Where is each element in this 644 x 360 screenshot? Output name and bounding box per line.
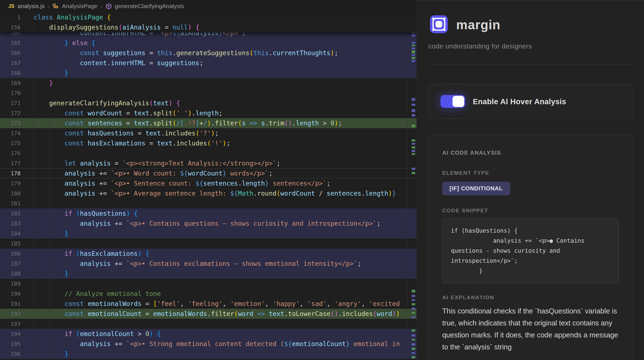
ruler-decoration-green: [412, 329, 415, 332]
code-line-165[interactable]: 165 } else {: [0, 38, 417, 48]
indent-guide: [49, 319, 49, 329]
ai-hover-toggle[interactable]: [441, 95, 465, 108]
ruler-decoration-green: [412, 125, 415, 127]
code-snippet-box: if (hasQuestions) { analysis += `<p>● Co…: [442, 218, 619, 283]
method-symbol-icon: [105, 3, 112, 9]
code-line-text: }: [34, 68, 68, 78]
code-line-183[interactable]: 183 analysis += `<p>• Contains questions…: [0, 218, 417, 228]
javascript-file-icon: JS: [8, 3, 14, 9]
ruler-decoration-indigo: [412, 48, 415, 49]
ruler-decoration-indigo: [412, 334, 415, 337]
code-line-173[interactable]: 173 const sentences = text.split(/[.!?]+…: [0, 118, 417, 128]
code-line-189[interactable]: 189: [0, 279, 417, 289]
line-number: 168: [0, 68, 21, 78]
code-line-text: if (hasExclamations) {: [34, 249, 149, 259]
divider: [428, 64, 637, 65]
breadcrumb-method[interactable]: generateClarifyingAnalysis: [115, 3, 184, 9]
line-number: 178: [0, 168, 21, 178]
code-editor-pane[interactable]: 164 content.innerHTML = `<p>${aiAnalysis…: [0, 0, 417, 360]
code-line-175[interactable]: 175 const hasExclamations = text.include…: [0, 138, 417, 148]
code-line-185[interactable]: 185: [0, 239, 417, 249]
code-line-188[interactable]: 188 }: [0, 269, 417, 279]
code-line-text: const suggestions = this.generateSuggest…: [34, 48, 338, 58]
ruler-decoration-indigo: [412, 317, 415, 318]
line-number: 167: [0, 58, 21, 68]
code-line-171[interactable]: 171 generateClarifyingAnalysis(text) {: [0, 98, 417, 108]
code-line-167[interactable]: 167 content.innerHTML = suggestions;: [0, 58, 417, 68]
code-line-172[interactable]: 172 const wordCount = text.split(' ').le…: [0, 108, 417, 118]
code-line-193[interactable]: 193: [0, 319, 417, 329]
ruler-decoration-green: [412, 172, 415, 174]
line-number: 194: [0, 329, 21, 339]
code-line-1[interactable]: 1class AnalysisPage {: [0, 12, 417, 22]
code-line-169[interactable]: 169 }: [0, 78, 417, 88]
ruler-decoration-green: [412, 348, 415, 350]
code-line-181[interactable]: 181: [0, 198, 417, 208]
code-line-168[interactable]: 168 }: [0, 68, 417, 78]
code-line-180[interactable]: 180 analysis += `<p>• Average sentence l…: [0, 188, 417, 198]
code-line-178[interactable]: 178 analysis += `<p>• Word count: ${word…: [0, 168, 417, 178]
element-type-badge: [IF] CONDITIONAL: [442, 182, 510, 195]
code-line-text: if (emotionalCount > 0) {: [34, 329, 161, 339]
ruler-decoration-indigo: [412, 54, 415, 56]
line-number: 184: [0, 228, 21, 239]
margin-logo-icon: [430, 15, 448, 33]
code-line-190[interactable]: 190 // Analyze emotional tone: [0, 289, 417, 299]
code-line-187[interactable]: 187 analysis += `<p>• Contains exclamati…: [0, 259, 417, 269]
breadcrumb[interactable]: JS analysis.js › AnalysisPage › generate…: [0, 0, 417, 12]
ruler-decoration-indigo: [412, 150, 415, 152]
code-line-194[interactable]: 194 if (emotionalCount > 0) {: [0, 329, 417, 339]
code-snippet-label: CODE SNIPPET: [442, 208, 619, 214]
code-line-176[interactable]: 176: [0, 148, 417, 158]
line-number: 171: [0, 98, 21, 108]
ruler-decoration-indigo: [412, 299, 415, 301]
code-line-text: const wordCount = text.split(' ').length…: [34, 108, 223, 118]
code-line-182[interactable]: 182 if (hasQuestions) {: [0, 208, 417, 218]
code-line-text: }: [34, 349, 68, 359]
indent-guide: [34, 148, 34, 158]
indent-guide: [49, 198, 49, 208]
code-line-184[interactable]: 184 }: [0, 228, 417, 239]
code-line-text: analysis += `<p>• Sentence count: ${sent…: [34, 178, 330, 188]
code-line-156[interactable]: 156 displaySuggestions(aiAnalysis = null…: [0, 22, 417, 32]
line-number: 1: [0, 12, 21, 22]
code-line-196[interactable]: 196 }: [0, 349, 417, 359]
code-line-177[interactable]: 177 let analysis = `<p><strong>Text Anal…: [0, 158, 417, 168]
code-line-text: content.innerHTML = suggestions;: [34, 58, 203, 68]
code-line-text: } else {: [34, 38, 95, 48]
code-line-179[interactable]: 179 analysis += `<p>• Sentence count: ${…: [0, 178, 417, 188]
breadcrumb-file[interactable]: analysis.js: [18, 3, 45, 9]
code-line-186[interactable]: 186 if (hasExclamations) {: [0, 249, 417, 259]
code-line-text: analysis += `<p>• Contains questions — s…: [34, 218, 380, 228]
code-line-195[interactable]: 195 analysis += `<p>• Strong emotional c…: [0, 339, 417, 349]
ruler-decoration-indigo: [412, 114, 415, 116]
line-number: 180: [0, 188, 21, 198]
editor-ruler-line: [407, 0, 408, 360]
line-number: 186: [0, 249, 21, 259]
code-line-text: const sentences = text.split(/[.!?]+/).f…: [34, 118, 342, 128]
ruler-decoration-indigo: [412, 352, 415, 354]
ai-explanation-label: AI EXPLANATION: [442, 295, 619, 301]
indent-guide: [49, 148, 49, 158]
ruler-decoration-indigo: [412, 42, 415, 43]
code-line-191[interactable]: 191 const emotionalWords = ['feel', 'fee…: [0, 299, 417, 309]
breadcrumb-class[interactable]: AnalysisPage: [62, 3, 97, 9]
code-line-192[interactable]: 192 const emotionalCount = emotionalWord…: [0, 309, 417, 319]
ruler-decoration-green: [412, 312, 415, 314]
ruler-decoration-green: [412, 57, 415, 59]
line-number: 183: [0, 218, 21, 228]
code-line-text: const emotionalCount = emotionalWords.fi…: [34, 309, 400, 319]
line-number: 165: [0, 38, 21, 48]
code-line-166[interactable]: 166 const suggestions = this.generateSug…: [0, 48, 417, 58]
ruler-decoration-indigo: [412, 295, 415, 297]
ruler-decoration-indigo: [412, 98, 415, 101]
indent-guide: [34, 279, 34, 289]
ruler-decoration-green: [412, 153, 415, 155]
ai-explanation-text: This conditional checks if the `hasQuest…: [442, 305, 625, 353]
line-number: 166: [0, 48, 21, 58]
ruler-decoration-green: [412, 290, 415, 293]
line-number: 195: [0, 339, 21, 349]
code-line-170[interactable]: 170: [0, 88, 417, 98]
code-line-174[interactable]: 174 const hasQuestions = text.includes('…: [0, 128, 417, 138]
indent-guide: [49, 279, 49, 289]
